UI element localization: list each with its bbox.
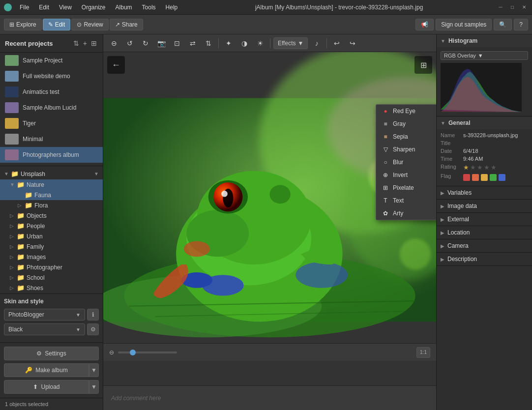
- location-section[interactable]: ▶ Location: [437, 226, 532, 239]
- maximize-button[interactable]: □: [508, 3, 516, 11]
- effect-gray[interactable]: ■ Gray: [376, 117, 436, 130]
- effect-blur[interactable]: ○ Blur: [376, 156, 436, 169]
- tree-item-flora[interactable]: ▷ 📁 Flora: [0, 200, 103, 210]
- histogram-header[interactable]: ▼ Histogram: [437, 34, 532, 47]
- project-item-photographers[interactable]: Photographers album: [0, 147, 103, 163]
- effect-pixelate[interactable]: ⊞ Pixelate: [376, 181, 436, 194]
- menu-edit[interactable]: Edit: [35, 3, 53, 12]
- split-view-button[interactable]: ⊞: [414, 56, 432, 74]
- flag-yellow[interactable]: [481, 174, 488, 181]
- exposure-button[interactable]: ☀: [253, 36, 267, 50]
- project-item-animatics[interactable]: Animatics test: [0, 84, 103, 100]
- tree-item-objects[interactable]: ▷ 📁 Objects: [0, 210, 103, 221]
- upload-dropdown[interactable]: ▼: [89, 380, 99, 394]
- sign-out-button[interactable]: Sign out samples: [436, 19, 492, 30]
- variables-section[interactable]: ▶ Variables: [437, 186, 532, 200]
- rating-stars[interactable]: ★ ★ ★ ★ ★: [463, 164, 497, 171]
- flag-blue[interactable]: [499, 174, 505, 181]
- project-item-minimal[interactable]: Minimal: [0, 131, 103, 147]
- redo-button[interactable]: ↪: [346, 36, 359, 50]
- general-header[interactable]: ▼ General: [437, 117, 532, 129]
- project-item-lucid[interactable]: Sample Album Lucid: [0, 100, 103, 116]
- announce-button[interactable]: 📢: [415, 19, 434, 30]
- tree-item-shoes[interactable]: ▷ 📁 Shoes: [0, 283, 103, 293]
- minimize-button[interactable]: ─: [497, 3, 504, 11]
- tree-options-icon[interactable]: ▼: [94, 171, 99, 176]
- comment-area[interactable]: Add comment here: [103, 385, 436, 410]
- zoom-handle[interactable]: [130, 350, 136, 355]
- tree-item-urban[interactable]: ▷ 📁 Urban: [0, 231, 103, 241]
- zoom-slider[interactable]: [118, 351, 177, 353]
- star-1[interactable]: ★: [463, 164, 469, 171]
- menu-album[interactable]: Album: [112, 3, 136, 12]
- menu-file[interactable]: File: [16, 3, 33, 12]
- share-button[interactable]: ↗ Share: [110, 19, 143, 30]
- camera-title: Camera: [447, 242, 469, 249]
- project-item-website[interactable]: Full website demo: [0, 68, 103, 84]
- review-button[interactable]: ⊙ Review: [71, 19, 108, 30]
- effect-sepia[interactable]: ■ Sepia: [376, 130, 436, 143]
- music-button[interactable]: ♪: [310, 36, 324, 50]
- enhance-button[interactable]: ✦: [222, 36, 236, 50]
- external-section[interactable]: ▶ External: [437, 213, 532, 226]
- make-album-button[interactable]: 🔑 Make album: [4, 363, 89, 377]
- effect-red-eye[interactable]: ● Red Eye: [376, 105, 436, 117]
- upload-button[interactable]: ⬆ Upload: [4, 380, 89, 394]
- style-settings-button[interactable]: ⚙: [87, 323, 99, 335]
- undo-crop-button[interactable]: ⊖: [107, 36, 121, 50]
- menu-view[interactable]: View: [55, 3, 76, 12]
- tree-item-school[interactable]: ▷ 📁 School: [0, 272, 103, 283]
- effect-arty[interactable]: ✿ Arty: [376, 207, 436, 220]
- project-item-sample[interactable]: Sample Project: [0, 53, 103, 68]
- rotate-cw-button[interactable]: ↻: [139, 36, 152, 50]
- effects-button[interactable]: Effects ▼: [273, 37, 308, 49]
- tree-item-images[interactable]: ▷ 📁 Images: [0, 252, 103, 262]
- contrast-button[interactable]: ◑: [237, 36, 251, 50]
- make-album-dropdown[interactable]: ▼: [89, 363, 99, 377]
- explore-button[interactable]: ⊞ Explore: [4, 19, 42, 30]
- tree-item-fauna[interactable]: 📁 Fauna: [0, 190, 103, 200]
- help-button[interactable]: ?: [514, 19, 528, 30]
- tree-item-photographer[interactable]: ▷ 📁 Photographer: [0, 262, 103, 272]
- image-data-section[interactable]: ▶ Image data: [437, 200, 532, 213]
- style-select[interactable]: Black ▼: [4, 323, 85, 335]
- flag-orange[interactable]: [472, 174, 479, 181]
- close-button[interactable]: ✕: [520, 3, 528, 11]
- star-4[interactable]: ★: [484, 164, 490, 171]
- edit-button[interactable]: ✎ Edit: [43, 19, 71, 30]
- flip-h-button[interactable]: ⇄: [186, 36, 200, 50]
- histogram-mode-select[interactable]: RGB Overlay ▼: [441, 51, 528, 60]
- star-3[interactable]: ★: [477, 164, 483, 171]
- sort-icon[interactable]: ⇅: [72, 38, 80, 48]
- tree-item-nature[interactable]: ▼ 📁 Nature: [0, 179, 103, 190]
- menu-organize[interactable]: Organize: [78, 3, 110, 12]
- description-section[interactable]: ▶ Description: [437, 253, 532, 266]
- effect-invert[interactable]: ⊕ Invert: [376, 169, 436, 181]
- effect-text[interactable]: T Text: [376, 194, 436, 207]
- search-button[interactable]: 🔍: [494, 19, 512, 30]
- skin-info-button[interactable]: ℹ: [87, 309, 99, 321]
- flag-green[interactable]: [490, 174, 497, 181]
- raw-button[interactable]: 📷: [154, 36, 168, 50]
- tree-item-people[interactable]: ▷ 📁 People: [0, 221, 103, 231]
- star-5[interactable]: ★: [491, 164, 497, 171]
- grid-view-icon[interactable]: ⊞: [90, 38, 98, 48]
- flag-red[interactable]: [463, 174, 470, 181]
- fit-to-window-button[interactable]: 1:1: [416, 347, 430, 358]
- settings-button[interactable]: ⚙ Settings: [4, 347, 99, 360]
- menu-tools[interactable]: Tools: [138, 3, 160, 12]
- add-project-icon[interactable]: +: [82, 38, 88, 48]
- skin-select[interactable]: PhotoBlogger ▼: [4, 309, 85, 321]
- tree-item-family[interactable]: ▷ 📁 Family: [0, 241, 103, 252]
- flip-v-button[interactable]: ⇅: [202, 36, 215, 50]
- tree-root[interactable]: ▼ 📁 Unsplash ▼: [0, 168, 103, 179]
- back-button[interactable]: ←: [107, 56, 125, 74]
- menu-help[interactable]: Help: [162, 3, 182, 12]
- project-item-tiger[interactable]: Tiger: [0, 116, 103, 131]
- star-2[interactable]: ★: [470, 164, 476, 171]
- crop-button[interactable]: ⊡: [170, 36, 184, 50]
- rotate-ccw-button[interactable]: ↺: [123, 36, 137, 50]
- effect-sharpen[interactable]: ▽ Sharpen: [376, 143, 436, 156]
- undo-button[interactable]: ↩: [330, 36, 344, 50]
- camera-section[interactable]: ▶ Camera: [437, 239, 532, 253]
